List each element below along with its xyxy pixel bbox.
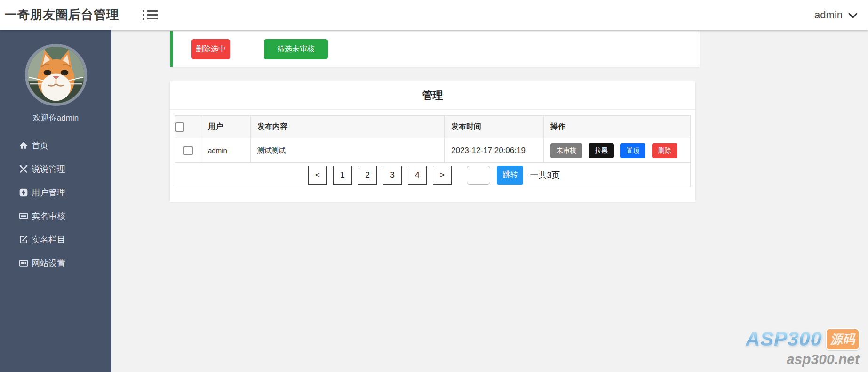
unreviewed-button[interactable]: 未审核 [550, 143, 582, 158]
page-button-3[interactable]: 3 [383, 166, 402, 185]
sidebar-item-label: 实名栏目 [32, 234, 65, 245]
username: admin [814, 9, 843, 21]
pagination-row: < 1 2 3 4 > 跳转 一共3页 [175, 163, 691, 187]
cell-time: 2023-12-17 20:06:19 [445, 138, 544, 163]
sidebar: 欢迎你admin 首页 说说管理 [0, 30, 111, 372]
sidebar-item-label: 用户管理 [32, 187, 65, 198]
filter-unreviewed-button[interactable]: 筛选未审核 [264, 39, 328, 59]
column-header-time: 发布时间 [445, 116, 544, 138]
jump-page-input[interactable] [467, 166, 490, 185]
sidebar-menu: 首页 说说管理 用户管理 [0, 134, 111, 275]
management-panel: 管理 用户 发布内容 发布时间 操作 admin 测试测试 2023-12-17… [170, 81, 695, 202]
next-page-button[interactable]: > [433, 166, 452, 185]
sidebar-item-posts[interactable]: 说说管理 [0, 157, 111, 181]
watermark-brand: ASP300 [746, 328, 822, 350]
pagination: < 1 2 3 4 > 跳转 一共3页 [175, 166, 690, 185]
total-pages-label: 一共3页 [530, 170, 560, 181]
sidebar-item-label: 首页 [32, 140, 48, 151]
browser-icon [19, 259, 28, 268]
cell-content: 测试测试 [251, 138, 445, 163]
sidebar-item-site-settings[interactable]: 网站设置 [0, 251, 111, 275]
welcome-text: 欢迎你admin [0, 113, 111, 123]
menu-list-icon[interactable] [143, 8, 158, 22]
cell-user: admin [201, 138, 251, 163]
home-icon [19, 141, 28, 150]
delete-selected-button[interactable]: 删除选中 [191, 39, 230, 59]
app-header: 一奇朋友圈后台管理 admin [0, 0, 868, 30]
sidebar-item-verify[interactable]: 实名审核 [0, 204, 111, 228]
sidebar-item-label: 说说管理 [32, 163, 65, 175]
row-checkbox[interactable] [183, 146, 193, 155]
cell-actions: 未审核 拉黑 置顶 删除 [544, 138, 691, 163]
sidebar-item-verify-category[interactable]: 实名栏目 [0, 228, 111, 251]
sidebar-item-users[interactable]: 用户管理 [0, 181, 111, 204]
page-button-4[interactable]: 4 [408, 166, 427, 185]
watermark: ASP300 源码 asp300.net [746, 328, 860, 367]
watermark-domain: asp300.net [746, 351, 860, 367]
sidebar-item-home[interactable]: 首页 [0, 134, 111, 157]
sidebar-item-label: 实名审核 [32, 210, 65, 222]
watermark-badge: 源码 [826, 328, 860, 350]
blacklist-button[interactable]: 拉黑 [589, 143, 614, 158]
prev-page-button[interactable]: < [308, 166, 327, 185]
delete-button[interactable]: 删除 [652, 143, 677, 158]
select-all-checkbox[interactable] [175, 122, 184, 132]
user-dropdown[interactable]: admin [814, 9, 855, 21]
lightning-icon [19, 188, 28, 197]
page-button-2[interactable]: 2 [358, 166, 377, 185]
page-button-1[interactable]: 1 [333, 166, 352, 185]
chevron-down-icon [848, 9, 858, 18]
column-header-content: 发布内容 [251, 116, 445, 138]
sidebar-item-label: 网站设置 [32, 258, 65, 269]
column-header-actions: 操作 [544, 116, 691, 138]
app-title: 一奇朋友圈后台管理 [5, 7, 119, 23]
edit-tools-icon [19, 164, 28, 174]
avatar[interactable] [25, 44, 87, 106]
jump-button[interactable]: 跳转 [497, 166, 523, 185]
management-table: 用户 发布内容 发布时间 操作 admin 测试测试 2023-12-17 20… [175, 115, 691, 187]
edit-square-icon [19, 235, 28, 244]
panel-title: 管理 [170, 81, 695, 110]
id-card-icon [19, 211, 28, 221]
pin-top-button[interactable]: 置顶 [620, 143, 645, 158]
column-header-user: 用户 [201, 116, 251, 138]
table-header-row: 用户 发布内容 发布时间 操作 [175, 116, 691, 138]
toolbar-panel: 删除选中 筛选未审核 [170, 31, 700, 67]
table-row: admin 测试测试 2023-12-17 20:06:19 未审核 拉黑 置顶… [175, 138, 691, 163]
cat-avatar-image [28, 47, 84, 103]
